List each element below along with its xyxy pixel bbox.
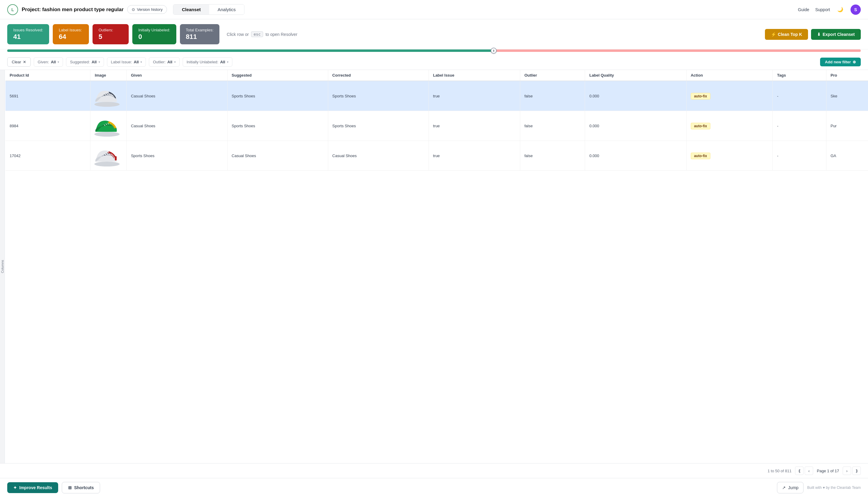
header-actions: Guide Support 🌙 S <box>798 4 861 15</box>
auto-fix-badge: auto-fix <box>691 123 710 129</box>
built-with-text: Built with ♥ by the Cleanlab Team <box>807 485 861 490</box>
arrow-icon: ↗ <box>782 485 786 490</box>
add-filter-label: Add new filter <box>825 60 851 64</box>
cell-outlier: false <box>520 141 585 171</box>
cell-outlier: false <box>520 81 585 111</box>
cell-suggested: Sports Shoes <box>227 111 328 141</box>
bottom-bar: ✦ Improve Results ⊞ Shortcuts ↗ Jump Bui… <box>0 478 868 497</box>
table-header-row: Product Id Image Given Suggested Correct… <box>5 70 868 81</box>
filter-suggested-value: All <box>92 60 97 64</box>
filter-suggested[interactable]: Suggested: All ▾ <box>66 57 104 67</box>
resolver-key: esc <box>251 31 263 37</box>
cell-given: Casual Shoes <box>127 111 227 141</box>
jump-button[interactable]: ↗ Jump <box>777 482 804 493</box>
version-history-button[interactable]: ⊙ Version history <box>127 5 167 14</box>
resolver-suffix: to open Resolver <box>266 32 297 37</box>
col-header-given: Given <box>127 70 227 81</box>
cell-suggested: Casual Shoes <box>227 141 328 171</box>
auto-fix-badge: auto-fix <box>691 153 710 159</box>
cell-label-quality: 0.000 <box>585 81 686 111</box>
filter-given[interactable]: Given: All ▾ <box>34 57 63 67</box>
progress-thumb[interactable]: ⬆ <box>491 48 497 54</box>
lightning-icon: ⚡ <box>771 32 776 37</box>
cell-pro: Ske <box>826 81 868 111</box>
cell-given: Sports Shoes <box>127 141 227 171</box>
filter-given-value: All <box>51 60 56 64</box>
cell-pro: GA <box>826 141 868 171</box>
support-link[interactable]: Support <box>815 7 830 12</box>
filter-initially-unlabeled-label: Initially Unlabeled: <box>187 60 219 64</box>
avatar[interactable]: S <box>851 4 861 15</box>
add-filter-button[interactable]: Add new filter ⊕ <box>820 58 861 66</box>
jump-label: Jump <box>788 485 798 490</box>
columns-handle[interactable]: Columns <box>0 70 5 463</box>
cell-label-quality: 0.000 <box>585 111 686 141</box>
stat-label-outliers: Outliers: <box>99 28 123 32</box>
pagination-prev-button[interactable]: ‹ <box>805 467 813 475</box>
clean-top-k-button[interactable]: ⚡ Clean Top K <box>765 29 808 40</box>
clock-icon: ⊙ <box>132 7 135 12</box>
clean-btn-label: Clean Top K <box>778 32 802 37</box>
stat-value-initially-unlabeled: 0 <box>138 33 170 41</box>
col-header-corrected: Corrected <box>328 70 429 81</box>
improve-results-button[interactable]: ✦ Improve Results <box>7 482 58 493</box>
cell-label-issue: true <box>429 141 520 171</box>
cell-tags: - <box>773 81 826 111</box>
dark-mode-toggle[interactable]: 🌙 <box>836 5 844 14</box>
table-row[interactable]: 5691 <box>5 81 868 111</box>
filter-label-issue[interactable]: Label Issue: All ▾ <box>107 57 146 67</box>
pagination-range: 1 to 50 of 811 <box>768 469 792 473</box>
progress-bar-track[interactable]: ⬆ <box>7 49 861 52</box>
clear-label: Clear <box>12 60 21 64</box>
cell-image <box>90 141 127 171</box>
project-title: Project: fashion men product type regula… <box>22 6 123 13</box>
tab-analytics[interactable]: Analytics <box>209 4 244 14</box>
progress-bar-container: ⬆ <box>0 49 868 54</box>
pagination-first-button[interactable]: ⟪ <box>795 467 804 475</box>
main-content: Issues Resolved: 41 Label Issues: 64 Out… <box>0 19 868 497</box>
guide-link[interactable]: Guide <box>798 7 809 12</box>
pagination-next-button[interactable]: › <box>843 467 851 475</box>
table-scroll[interactable]: Columns Product Id Image Given Suggested… <box>0 70 868 463</box>
stat-card-outliers: Outliers: 5 <box>92 24 129 44</box>
chevron-down-icon-5: ▾ <box>227 60 229 63</box>
filter-initially-unlabeled[interactable]: Initially Unlabeled: All ▾ <box>183 57 232 67</box>
export-cleanset-button[interactable]: ⬇ Export Cleanset <box>811 29 861 40</box>
stat-value-outliers: 5 <box>99 33 123 41</box>
shortcuts-button[interactable]: ⊞ Shortcuts <box>62 482 100 493</box>
filters-bar: Clear ✕ Given: All ▾ Suggested: All ▾ La… <box>0 54 868 70</box>
cell-label-issue: true <box>429 111 520 141</box>
cell-action: auto-fix <box>686 81 773 111</box>
shortcuts-label: Shortcuts <box>74 485 94 490</box>
export-btn-label: Export Cleanset <box>823 32 855 37</box>
cell-image <box>90 81 127 111</box>
stat-card-label-issues: Label Issues: 64 <box>53 24 89 44</box>
progress-bar-fill <box>7 49 494 52</box>
stat-value-label-issues: 64 <box>59 33 83 41</box>
clear-button[interactable]: Clear ✕ <box>7 57 31 67</box>
cell-product-id: 8984 <box>5 111 90 141</box>
sneaker-green-svg <box>92 114 121 138</box>
cell-tags: - <box>773 111 826 141</box>
sneaker-red-svg <box>92 144 121 168</box>
tab-cleanset[interactable]: Cleanset <box>173 4 209 14</box>
stat-card-total-examples: Total Examples: 811 <box>180 24 220 44</box>
col-header-label-issue: Label Issue <box>429 70 520 81</box>
filter-outlier-value: All <box>167 60 172 64</box>
table-section: Columns Product Id Image Given Suggested… <box>0 70 868 478</box>
table-row[interactable]: 17042 <box>5 141 868 171</box>
stat-label-initially-unlabeled: Initially Unlabeled: <box>138 28 170 32</box>
col-header-suggested: Suggested <box>227 70 328 81</box>
cell-label-issue: true <box>429 81 520 111</box>
col-header-pro: Pro <box>826 70 868 81</box>
col-header-product-id: Product Id <box>5 70 90 81</box>
col-header-tags: Tags <box>773 70 826 81</box>
plus-circle-icon: ⊕ <box>853 60 856 64</box>
cell-tags: - <box>773 141 826 171</box>
svg-rect-3 <box>115 156 117 160</box>
cell-label-quality: 0.000 <box>585 141 686 171</box>
filter-outlier[interactable]: Outlier: All ▾ <box>149 57 180 67</box>
pagination-last-button[interactable]: ⟫ <box>852 467 861 475</box>
table-row[interactable]: 8984 <box>5 111 868 141</box>
pagination-buttons: ⟪ ‹ Page 1 of 17 › ⟫ <box>795 467 861 475</box>
